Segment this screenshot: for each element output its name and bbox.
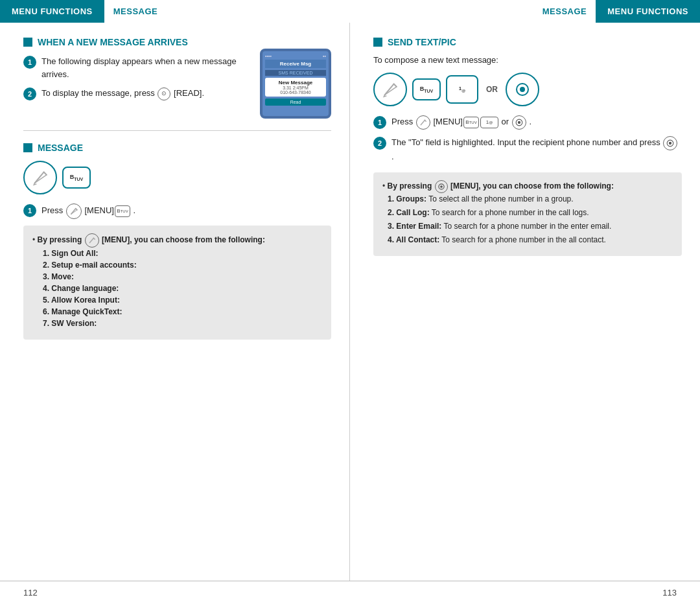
menu-icon-inner: BTUV [70, 174, 84, 181]
send-info-item-2-label: 2. Call Log: [388, 208, 430, 217]
left-message-label: MESSAGE [104, 0, 167, 23]
message-info-list: By pressing [MENU], you can choose from … [32, 233, 322, 329]
send-text-step-number-1: 1 [373, 116, 386, 129]
svg-line-1 [44, 172, 47, 175]
message-button-icons-row: BTUV [23, 161, 331, 194]
section-when-new-message-heading: WHEN A NEW MESSAGE ARRIVES [23, 37, 331, 47]
info-item-5-label: 5. Allow Korea Input: [43, 296, 120, 305]
send-info-item-1: 1. Groups: To select all the phone numbe… [388, 193, 673, 205]
svg-line-7 [93, 238, 95, 239]
header-right: MESSAGE MENU FUNCTIONS [350, 0, 700, 23]
header-left: MENU FUNCTIONS MESSAGE [0, 0, 350, 23]
read-button-icon: ⊙ [158, 87, 170, 100]
info-item-2: 2. Setup e-mail accounts: [43, 259, 322, 271]
right-menu-functions-badge: MENU FUNCTIONS [596, 0, 700, 23]
info-item-5: 5. Allow Korea Input: [43, 294, 322, 306]
send-text-info-box: By pressing [MENU], you can choose from … [373, 172, 682, 256]
phone-signal: ▪▪▪▪ [265, 54, 272, 58]
send-pen-icon-inner [381, 80, 399, 99]
send-pen-inline [416, 115, 430, 130]
section-send-text-pic-heading: SEND TEXT/PIC [373, 37, 682, 47]
send-info-item-4-label: 4. All Contact: [388, 235, 439, 244]
send-info-item-3-label: 3. Enter Email: [388, 222, 441, 231]
send-text-step-text-2: The "To" field is highlighted. Input the… [391, 136, 682, 163]
phone-message-date: 3.31 2:45PM [267, 86, 324, 90]
info-pen-icon [85, 233, 99, 248]
left-column: WHEN A NEW MESSAGE ARRIVES ▪▪▪▪ ▪▪ Recei… [0, 23, 350, 581]
message-step-1: 1 Press [MENU]BTUV . [23, 203, 331, 219]
section1-body: ▪▪▪▪ ▪▪ Receive Msg SMS RECEIVED New Mes… [23, 55, 331, 119]
svg-point-18 [669, 142, 671, 145]
step-text-1: The following display appears when a new… [41, 55, 252, 80]
right-message-label: MESSAGE [533, 0, 596, 23]
info-sub-list: 1. Sign Out All: 2. Setup e-mail account… [43, 248, 322, 329]
pen-icon-inner [31, 168, 49, 187]
phone-message-number: 010-643-78340 [267, 90, 324, 95]
footer-page-right: 113 [662, 588, 677, 598]
info-item-2-label: 2. Setup e-mail accounts: [43, 261, 137, 270]
send-text-info-list: By pressing [MENU], you can choose from … [382, 180, 673, 246]
info-item-4: 4. Change language: [43, 283, 322, 294]
step-item-2: 2 To display the message, press ⊙ [READ]… [23, 87, 252, 100]
step-number-1: 1 [23, 56, 36, 69]
message-info-box: By pressing [MENU], you can choose from … [23, 226, 331, 340]
info-item-1-label: 1. Sign Out All: [43, 249, 99, 258]
send-text-button-icons-row: BTUV 1@ OR [373, 73, 682, 106]
svg-point-12 [520, 87, 525, 92]
footer: 112 113 [0, 581, 700, 604]
section-divider [23, 130, 331, 131]
info-box-intro: By pressing [MENU], you can choose from … [32, 233, 322, 329]
circle-btn-svg [514, 81, 531, 98]
send-menu-icon-inner: BTUV [420, 86, 434, 93]
step-text-2: To display the message, press ⊙ [READ]. [41, 87, 252, 100]
send-num-icon-inner: 1@ [459, 86, 465, 93]
send-text-step-number-2: 2 [373, 137, 386, 150]
info-item-3-label: 3. Move: [43, 272, 74, 281]
right-column: SEND TEXT/PIC To compose a new text mess… [350, 23, 700, 581]
info-item-1: 1. Sign Out All: [43, 248, 322, 259]
svg-line-6 [89, 238, 93, 242]
send-text-step-1: 1 Press [MENU]BTUV1@ or [373, 115, 682, 130]
step-item: 1 The following display appears when a n… [23, 55, 252, 80]
send-text-intro: To compose a new text message: [373, 55, 682, 65]
info-item-6-label: 6. Manage QuickText: [43, 307, 122, 316]
info-item-3: 3. Move: [43, 271, 322, 283]
message-pen-inline-icon [66, 203, 82, 219]
send-circle-icon-inner [514, 81, 531, 98]
svg-line-14 [425, 120, 426, 121]
phone-battery: ▪▪ [323, 54, 326, 58]
menu-b-tuv-inline: BTUV [115, 205, 130, 217]
send-pen-step-svg [419, 119, 427, 126]
send-num-button: 1@ [446, 75, 478, 104]
send-info-circle-icon [435, 180, 448, 193]
send-info-circle-svg [438, 183, 445, 191]
info-item-6: 6. Manage QuickText: [43, 306, 322, 318]
send-circle-step-svg [515, 118, 524, 127]
svg-line-13 [421, 120, 425, 124]
pen-info-svg [88, 237, 96, 244]
send-circle-inline [512, 115, 526, 130]
or-label: OR [486, 85, 498, 94]
send-info-sub-list: 1. Groups: To select all the phone numbe… [388, 193, 673, 246]
pen-inline-svg [69, 207, 78, 216]
send-btuv-inline: BTUV [463, 117, 479, 128]
info-item-4-label: 4. Change language: [43, 284, 119, 293]
send-circle-step2-inline [663, 136, 677, 150]
message-step-number-1: 1 [23, 204, 36, 217]
send-info-intro: By pressing [MENU], you can choose from … [382, 180, 673, 246]
header-bar: MENU FUNCTIONS MESSAGE MESSAGE MENU FUNC… [0, 0, 700, 23]
message-step-text-1: Press [MENU]BTUV . [41, 203, 331, 219]
pen-svg [31, 168, 49, 187]
pen-button-icon [23, 161, 57, 194]
send-1at-inline: 1@ [480, 117, 498, 128]
info-item-7: 7. SW Version: [43, 318, 322, 329]
section-message-heading: MESSAGE [23, 143, 331, 153]
phone-message-title: New Message [267, 80, 324, 86]
send-text-step-text-1: Press [MENU]BTUV1@ or . [391, 115, 682, 130]
send-circle-step2-svg [666, 139, 675, 148]
phone-screen: ▪▪▪▪ ▪▪ Receive Msg SMS RECEIVED New Mes… [262, 51, 329, 116]
info-intro-text: By pressing [MENU], you can choose from … [38, 235, 265, 244]
footer-page-left: 112 [23, 588, 38, 598]
send-circle-button [506, 73, 539, 106]
send-info-item-3: 3. Enter Email: To search for a phone nu… [388, 220, 673, 232]
